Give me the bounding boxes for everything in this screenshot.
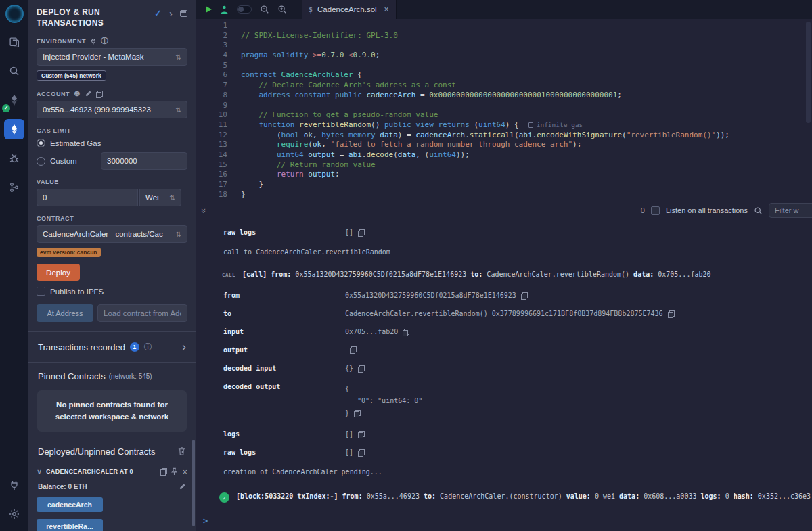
log-row-raw-logs: raw logs [] [196, 443, 812, 461]
success-check-icon: ✓ [219, 492, 229, 503]
tab-cadencearch-sol[interactable]: $ CadenceArch.sol × [302, 0, 397, 19]
environment-select[interactable]: Injected Provider - MetaMask ⇅ [37, 48, 187, 66]
remix-logo-icon[interactable] [5, 5, 24, 23]
pinned-empty-message: No pinned contracts found for selected w… [37, 390, 187, 432]
deploy-button[interactable]: Deploy [37, 264, 80, 281]
file-explorer-icon[interactable] [4, 32, 24, 52]
trash-icon[interactable] [177, 446, 186, 456]
log-row-to: to CadenceArchCaler.revertibleRandom() 0… [196, 304, 812, 323]
icon-rail: ✓ [0, 0, 28, 531]
terminal-search-icon[interactable] [754, 206, 763, 215]
check-icon[interactable]: ✓ [154, 8, 162, 18]
zoom-in-icon[interactable] [277, 5, 287, 14]
zoom-out-icon[interactable] [260, 5, 269, 14]
estimated-gas-label: Estimated Gas [50, 139, 101, 147]
git-icon[interactable] [4, 177, 24, 198]
log-row-decoded-output: decoded output { "0": "uint64: 0" } [196, 377, 812, 425]
account-label: ACCOUNT [37, 91, 70, 97]
copy-icon[interactable] [403, 329, 409, 336]
copy-icon[interactable] [350, 346, 356, 353]
assistant-icon[interactable] [220, 5, 229, 14]
publish-ipfs-label: Publish to IPFS [50, 287, 104, 296]
transactions-count-badge: 1 [130, 342, 139, 352]
transactions-recorded-label: Transactions recorded [38, 342, 125, 352]
gas-limit-label: GAS LIMIT [37, 127, 71, 134]
copy-icon[interactable] [358, 365, 364, 372]
contract-select[interactable]: CadenceArchCaler - contracts/Cac ⇅ [37, 225, 187, 243]
copy-icon[interactable] [521, 292, 527, 299]
revertiblerandom-function-button[interactable]: revertibleRa... [37, 519, 103, 531]
pinned-contracts-title: Pinned Contracts [38, 371, 106, 382]
copy-icon[interactable] [358, 431, 364, 438]
terminal-filter-input[interactable] [769, 203, 812, 218]
close-tab-icon[interactable]: × [384, 5, 389, 14]
code-lines: // SPDX-License-Identifier: GPL-3.0pragm… [229, 21, 812, 200]
close-icon[interactable]: × [182, 467, 187, 476]
search-icon[interactable] [4, 61, 24, 81]
copy-icon[interactable] [358, 449, 364, 456]
log-row-input: input 0x705...fab20 [196, 323, 812, 341]
block-summary-row[interactable]: ✓ [block:5033220 txIndex:-] from: 0x55a.… [196, 482, 812, 509]
copy-icon[interactable] [358, 229, 364, 236]
copilot-toggle[interactable] [237, 5, 252, 14]
editor-scrollbar[interactable] [806, 22, 811, 123]
environment-label: ENVIRONMENT [37, 38, 86, 45]
at-address-input[interactable] [97, 304, 187, 322]
edit-account-icon[interactable] [85, 90, 92, 97]
value-unit-select[interactable]: Wei ⇅ [139, 189, 181, 206]
terminal-toolbar: » 0 Listen on all transactions [196, 200, 812, 221]
select-caret-icon: ⇅ [176, 53, 181, 61]
gas-icon [528, 122, 533, 128]
copy-icon[interactable] [668, 310, 674, 317]
code-gutter: 123456789101112131415161718 [196, 21, 229, 200]
account-select[interactable]: 0x55a...46923 (999.999945323 ⇅ [37, 101, 187, 118]
call-header-text: call to CadenceArchCaler.revertibleRando… [196, 241, 812, 262]
run-script-icon[interactable] [206, 6, 212, 13]
log-row-decoded-input: decoded input {} [196, 359, 812, 377]
solidity-file-icon: $ [309, 6, 313, 14]
value-input[interactable] [37, 189, 138, 206]
panel-title: DEPLOY & RUN TRANSACTIONS [37, 7, 138, 28]
at-address-button[interactable]: At Address [37, 304, 93, 322]
info-icon[interactable]: ⓘ [101, 37, 109, 45]
settings-icon[interactable] [4, 504, 24, 524]
copy-icon[interactable] [354, 410, 360, 417]
terminal-prompt[interactable]: > [196, 513, 812, 531]
add-account-icon[interactable]: ⊕ [74, 90, 81, 97]
info-icon[interactable]: ⓘ [144, 342, 152, 353]
log-row-output: output [196, 341, 812, 359]
cadencearch-function-button[interactable]: cadenceArch [37, 497, 103, 512]
copy-account-icon[interactable] [96, 91, 102, 97]
code-editor[interactable]: 123456789101112131415161718 // SPDX-Lice… [196, 19, 812, 200]
log-row-raw-logs-top: raw logs [] [196, 223, 812, 241]
custom-gas-radio[interactable] [37, 157, 45, 166]
custom-gas-input[interactable] [101, 152, 187, 170]
pin-icon[interactable] [171, 467, 178, 476]
log-row-from: from 0x55a1320D432759960C5Df0215a8dF78e1… [196, 286, 812, 304]
publish-ipfs-checkbox[interactable] [37, 287, 45, 296]
edit-balance-icon[interactable] [179, 483, 186, 490]
solidity-compiler-icon[interactable]: ✓ [4, 90, 24, 110]
chevron-down-icon[interactable]: ∨ [37, 467, 42, 476]
listen-all-checkbox[interactable] [651, 206, 660, 215]
terminal-log: raw logs [] call to CadenceArchCaler.rev… [196, 221, 812, 513]
compile-success-badge: ✓ [2, 104, 10, 112]
remix-app: ✓ DEPLOY & RUN TRANSACTIONS ✓ › [0, 0, 812, 531]
call-summary-row[interactable]: CALL [call] from: 0x55a1320D432759960C5D… [196, 262, 812, 286]
chevron-right-icon[interactable]: › [169, 10, 173, 17]
debugger-icon[interactable] [4, 148, 24, 168]
deploy-run-panel: DEPLOY & RUN TRANSACTIONS ✓ › ENVIRONMEN… [28, 0, 196, 531]
creation-pending-text: creation of CadenceArchCaler pending... [196, 461, 812, 482]
deploy-run-icon[interactable] [4, 119, 24, 139]
listen-all-label: Listen on all transactions [666, 206, 748, 214]
select-caret-icon: ⇅ [170, 194, 175, 202]
panel-scrollbar[interactable] [192, 440, 195, 526]
collapse-terminal-icon[interactable]: » [199, 208, 209, 212]
deployed-contracts-title: Deployed/Unpinned Contracts [38, 446, 155, 457]
plugin-manager-icon[interactable] [4, 475, 24, 495]
estimated-gas-radio[interactable] [37, 139, 45, 147]
copy-contract-icon[interactable] [160, 468, 166, 475]
open-window-icon[interactable] [180, 10, 187, 17]
chevron-right-icon[interactable]: › [182, 340, 186, 354]
value-label: VALUE [37, 179, 59, 185]
